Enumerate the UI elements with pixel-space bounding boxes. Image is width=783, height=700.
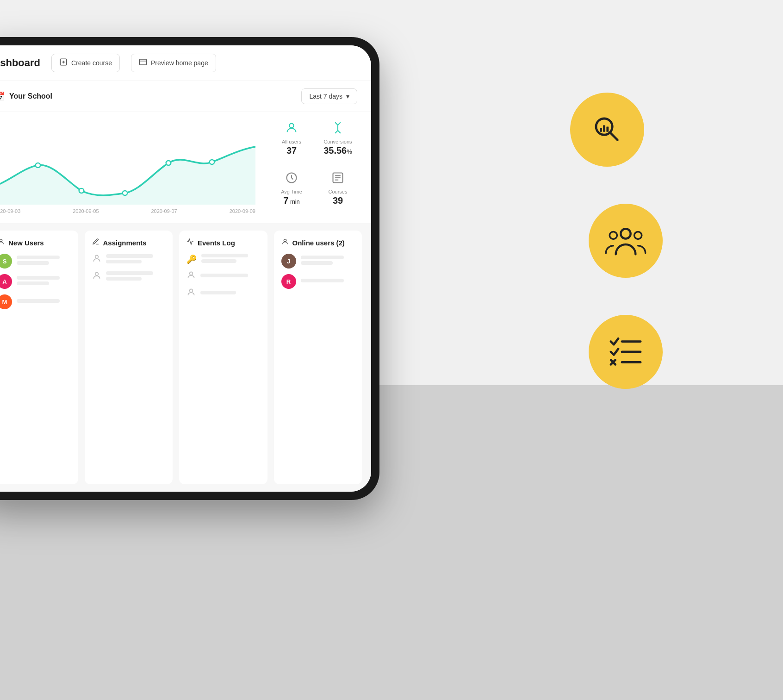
skeleton-line [200,274,248,277]
avatar: R [281,274,296,289]
new-users-title-row: New Users [0,238,71,247]
svg-rect-3 [139,59,146,65]
online-users-title: Online users (2) [292,239,345,247]
skeleton-line [106,271,154,275]
user-icon-2 [186,288,196,299]
cards-row: New Users S A [0,223,371,492]
skeleton-line [106,260,142,263]
all-users-value: 37 [286,145,297,156]
list-item: A [0,274,71,289]
skeleton-line [106,254,154,258]
online-users-card: Online users (2) J R [274,231,362,484]
conversions-label: Conversions [323,139,352,144]
dashboard-content: 📅 Your School Last 7 days ▾ [0,81,371,492]
list-item [186,270,260,282]
skeleton-line [106,277,142,281]
list-item: R [281,274,355,289]
svg-rect-26 [600,128,602,132]
user-icon [92,271,101,282]
new-users-card-icon [0,238,5,247]
chart-label-4: 2020-09-09 [230,208,255,214]
date-filter-label: Last 7 days [309,93,342,100]
svg-point-8 [166,161,171,165]
assignments-card: Assignments [85,231,173,484]
avg-time-value: 7 min [283,195,300,206]
svg-point-21 [190,272,193,275]
search-analytics-icon [589,111,626,148]
events-log-icon [186,238,194,247]
skeleton-line [17,299,60,303]
create-course-button[interactable]: Create course [51,54,120,72]
svg-point-6 [79,188,84,193]
stats-header: 📅 Your School Last 7 days ▾ [0,81,371,112]
preview-home-label: Preview home page [151,59,208,67]
courses-icon [331,171,344,187]
community-icon [605,222,646,259]
assignments-card-icon [92,238,99,247]
chart-x-labels: 2020-09-03 2020-09-05 2020-09-07 2020-09… [0,208,255,214]
skeleton-line [301,261,333,265]
assignments-title: Assignments [103,239,147,247]
conversions-value: 35.56% [323,145,352,156]
all-users-label: All users [282,139,301,144]
events-log-title-row: Events Log [186,238,260,247]
list-item [92,254,166,265]
svg-point-19 [95,255,98,258]
line-chart: 2020-09-03 2020-09-05 2020-09-07 2020-09… [0,121,255,214]
chevron-down-icon: ▾ [346,93,349,100]
new-users-card: New Users S A [0,231,78,484]
tablet-screen: ashboard Create course [0,45,371,492]
create-course-label: Create course [71,59,112,67]
svg-rect-27 [603,125,605,131]
list-item: 🔑 [186,254,260,265]
avg-time-unit: min [288,198,300,205]
chart-label-1: 2020-09-03 [0,208,20,214]
skeleton-line [17,276,60,280]
all-users-icon [285,121,298,137]
courses-value: 39 [333,195,343,206]
user-icon [186,270,196,282]
svg-point-31 [634,231,642,239]
page-title: ashboard [0,57,40,69]
avatar: S [0,254,12,269]
create-course-icon [59,58,68,68]
online-users-title-row: Online users (2) [281,238,355,247]
checklist-icon [607,333,644,370]
conversions-unit: % [347,148,352,155]
svg-point-22 [190,289,193,292]
svg-line-25 [610,132,617,140]
svg-rect-28 [606,127,609,132]
date-filter-button[interactable]: Last 7 days ▾ [301,88,357,104]
chart-stats-area: 2020-09-03 2020-09-05 2020-09-07 2020-09… [0,112,371,223]
list-item [186,288,260,299]
skeleton-line [201,259,236,263]
events-log-title: Events Log [198,239,235,247]
list-item [92,271,166,282]
user-icon [92,254,101,265]
conversions-icon [331,121,344,137]
preview-home-button[interactable]: Preview home page [131,54,216,72]
avatar: A [0,274,12,289]
skeleton-line [200,291,236,294]
chart-label-3: 2020-09-07 [151,208,177,214]
assignments-title-row: Assignments [92,238,166,247]
analytics-circle [570,93,644,167]
svg-point-11 [289,124,293,128]
avg-time-icon [285,171,298,187]
avg-time-label: Avg Time [281,189,302,194]
preview-icon [139,58,147,68]
svg-point-7 [123,191,127,195]
svg-point-5 [36,163,40,168]
new-users-title: New Users [8,239,44,247]
courses-label: Courses [329,189,348,194]
list-item: M [0,294,71,309]
stat-conversions: Conversions 35.56% [318,121,357,164]
skeleton-line [301,279,344,282]
events-log-card: Events Log 🔑 [179,231,267,484]
stat-courses: Courses 39 [318,171,357,214]
key-icon: 🔑 [186,254,197,264]
list-item: J [281,254,355,269]
community-circle [589,204,663,278]
calendar-icon: 📅 [0,91,5,101]
stats-right: All users 37 Conversions [265,121,357,214]
